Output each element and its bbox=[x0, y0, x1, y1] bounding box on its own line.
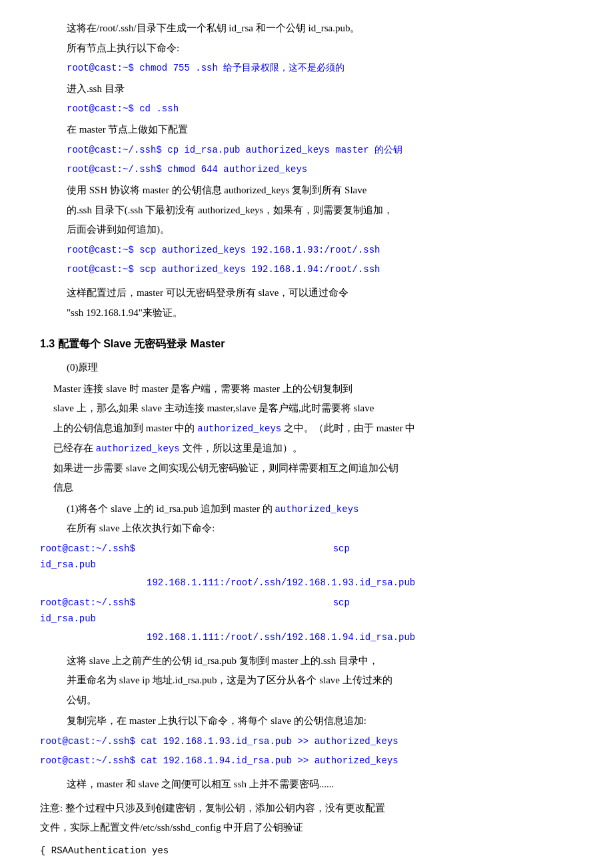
sub1-text1: 在所有 slave 上依次执行如下命令: bbox=[67, 520, 573, 537]
cmd7-block: root@cast:~/.ssh$ scp id_rsa.pub 192.168… bbox=[40, 541, 573, 591]
config-block: { RSAAuthentication yes bbox=[40, 843, 573, 859]
text4-line2: "ssh 192.168.1.94"来验证。 bbox=[67, 305, 573, 322]
cmd4-block: root@cast:~/.ssh$ chmod 644 authorized_k… bbox=[67, 162, 573, 178]
sub0-label: (0)原理 bbox=[67, 359, 573, 377]
text7: 这样，master 和 slave 之间便可以相互 ssh 上并不需要密码...… bbox=[67, 776, 573, 793]
cmd8: root@cast:~/.ssh$ scp id_rsa.pub bbox=[40, 595, 573, 627]
sub0-text: Master 连接 slave 时 master 是客户端，需要将 master… bbox=[53, 381, 573, 497]
cmd6-block: root@cast:~$ scp authorized_keys 192.168… bbox=[67, 262, 573, 278]
text1-block: 进入.ssh 目录 bbox=[67, 81, 573, 98]
cmd10-block: root@cast:~/.ssh$ cat 192.168.1.94.id_rs… bbox=[40, 753, 573, 769]
cmd1: root@cast:~$ chmod 755 .ssh 给予目录权限，这不是必须… bbox=[67, 61, 573, 77]
text5-line3: 公钥。 bbox=[67, 692, 573, 709]
page-content: 这将在/root/.ssh/目录下生成一个私钥 id_rsa 和一个公钥 id_… bbox=[40, 20, 573, 859]
text4-line1: 这样配置过后，master 可以无密码登录所有 slave，可以通过命令 bbox=[67, 285, 573, 302]
note1: 注意: 整个过程中只涉及到创建密钥，复制公钥，添加公钥内容，没有更改配置 bbox=[40, 800, 573, 817]
cmd9-block: root@cast:~/.ssh$ cat 192.168.1.93.id_rs… bbox=[40, 734, 573, 750]
text3-line3: 后面会讲到如何追加)。 bbox=[67, 221, 573, 239]
config-line: { RSAAuthentication yes bbox=[40, 843, 573, 859]
cmd3-block: root@cast:~/.ssh$ cp id_rsa.pub authoriz… bbox=[67, 143, 573, 159]
authorized-keys-inline3: authorized_keys bbox=[275, 504, 358, 515]
intro-line2: 所有节点上执行以下命令: bbox=[67, 40, 573, 57]
sub0-text3: 上的公钥信息追加到 master 中的 authorized_keys 之中。（… bbox=[53, 420, 573, 437]
sub0-text2: slave 上，那么,如果 slave 主动连接 master,slave 是客… bbox=[53, 400, 573, 417]
text2-block: 在 master 节点上做如下配置 bbox=[67, 121, 573, 139]
text1: 进入.ssh 目录 bbox=[67, 81, 573, 98]
cmd2: root@cast:~$ cd .ssh bbox=[67, 101, 573, 117]
cmd4: root@cast:~/.ssh$ chmod 644 authorized_k… bbox=[67, 162, 573, 178]
text6-block: 复制完毕，在 master 上执行以下命令，将每个 slave 的公钥信息追加: bbox=[67, 713, 573, 730]
authorized-keys-inline1: authorized_keys bbox=[197, 423, 281, 434]
intro-block: 这将在/root/.ssh/目录下生成一个私钥 id_rsa 和一个公钥 id_… bbox=[67, 20, 573, 57]
sub1-block: (1)将各个 slave 上的 id_rsa.pub 追加到 master 的 … bbox=[67, 501, 573, 537]
text3-line1: 使用 SSH 协议将 master 的公钥信息 authorized_keys … bbox=[67, 182, 573, 199]
text6: 复制完毕，在 master 上执行以下命令，将每个 slave 的公钥信息追加: bbox=[67, 713, 573, 730]
sub0-text5: 如果进一步需要 slave 之间实现公钥无密码验证，则同样需要相互之间追加公钥 bbox=[53, 460, 573, 477]
cmd8-block: root@cast:~/.ssh$ scp id_rsa.pub 192.168… bbox=[40, 595, 573, 645]
cmd8-cont: 192.168.1.111:/root/.ssh/192.168.1.94.id… bbox=[147, 630, 573, 646]
sub1-heading: (1)将各个 slave 上的 id_rsa.pub 追加到 master 的 … bbox=[67, 501, 573, 518]
sub0-heading: (0)原理 bbox=[67, 359, 573, 377]
cmd2-block: root@cast:~$ cd .ssh bbox=[67, 101, 573, 117]
intro-line1: 这将在/root/.ssh/目录下生成一个私钥 id_rsa 和一个公钥 id_… bbox=[67, 20, 573, 37]
cmd5: root@cast:~$ scp authorized_keys 192.168… bbox=[67, 243, 573, 259]
text3-line2: 的.ssh 目录下(.ssh 下最初没有 authorized_keys，如果有… bbox=[67, 202, 573, 219]
text5-block: 这将 slave 上之前产生的公钥 id_rsa.pub 复制到 master … bbox=[67, 653, 573, 709]
cmd9: root@cast:~/.ssh$ cat 192.168.1.93.id_rs… bbox=[40, 734, 573, 750]
cmd5-block: root@cast:~$ scp authorized_keys 192.168… bbox=[67, 243, 573, 259]
sub0-text6: 信息 bbox=[53, 479, 573, 497]
text5-line1: 这将 slave 上之前产生的公钥 id_rsa.pub 复制到 master … bbox=[67, 653, 573, 670]
text5-line2: 并重命名为 slave ip 地址.id_rsa.pub，这是为了区分从各个 s… bbox=[67, 672, 573, 689]
text3-block: 使用 SSH 协议将 master 的公钥信息 authorized_keys … bbox=[67, 182, 573, 239]
authorized-keys-inline2: authorized_keys bbox=[96, 443, 180, 454]
text2: 在 master 节点上做如下配置 bbox=[67, 121, 573, 139]
cmd3: root@cast:~/.ssh$ cp id_rsa.pub authoriz… bbox=[67, 143, 573, 159]
sub0-text4: 已经存在 authorized_keys 文件，所以这里是追加）。 bbox=[53, 440, 573, 457]
note2: 文件，实际上配置文件/etc/ssh/sshd_config 中开启了公钥验证 bbox=[40, 819, 573, 837]
note-block: 注意: 整个过程中只涉及到创建密钥，复制公钥，添加公钥内容，没有更改配置 文件，… bbox=[40, 800, 573, 837]
section-heading: 1.3 配置每个 Slave 无密码登录 Master bbox=[40, 335, 573, 353]
cmd10: root@cast:~/.ssh$ cat 192.168.1.94.id_rs… bbox=[40, 753, 573, 769]
cmd7-cont: 192.168.1.111:/root/.ssh/192.168.1.93.id… bbox=[147, 575, 573, 591]
cmd1-block: root@cast:~$ chmod 755 .ssh 给予目录权限，这不是必须… bbox=[67, 61, 573, 77]
text7-block: 这样，master 和 slave 之间便可以相互 ssh 上并不需要密码...… bbox=[67, 776, 573, 793]
text4-block: 这样配置过后，master 可以无密码登录所有 slave，可以通过命令 "ss… bbox=[67, 285, 573, 321]
sub0-text1: Master 连接 slave 时 master 是客户端，需要将 master… bbox=[53, 381, 573, 398]
cmd7: root@cast:~/.ssh$ scp id_rsa.pub bbox=[40, 541, 573, 573]
cmd6: root@cast:~$ scp authorized_keys 192.168… bbox=[67, 262, 573, 278]
